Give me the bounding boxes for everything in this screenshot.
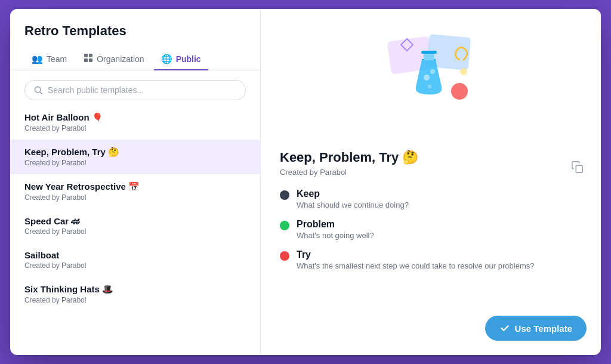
template-list: Hot Air Balloon 🎈 Created by Parabol Kee…	[10, 105, 260, 355]
svg-rect-1	[89, 54, 92, 57]
modal-title: Retro Templates	[24, 23, 246, 39]
illustration-area	[261, 9, 601, 140]
detail-author: Created by Parabol	[280, 168, 582, 177]
use-template-label: Use Template	[515, 323, 572, 334]
column-item-keep: Keep What should we continue doing?	[280, 189, 582, 209]
tab-team[interactable]: 👥 Team	[24, 48, 74, 70]
svg-point-10	[424, 75, 430, 81]
problem-name: Problem	[297, 219, 374, 230]
list-item[interactable]: Sailboat Created by Parabol	[10, 243, 260, 277]
template-name: Sailboat	[24, 250, 246, 260]
try-name: Try	[297, 249, 534, 260]
copy-button[interactable]	[569, 158, 587, 178]
try-text: Try What's the smallest next step we cou…	[297, 249, 534, 270]
use-template-button[interactable]: Use Template	[485, 316, 587, 341]
template-name: Six Thinking Hats 🎩	[24, 284, 246, 295]
template-author: Created by Parabol	[24, 261, 246, 270]
search-box[interactable]	[24, 80, 246, 100]
tab-organization[interactable]: Organization	[76, 48, 151, 70]
tabs-bar: 👥 Team Organization 🌐	[10, 48, 260, 70]
tab-public[interactable]: 🌐 Public	[154, 48, 208, 70]
retro-templates-modal: Retro Templates 👥 Team Orga	[10, 9, 601, 355]
tab-team-label: Team	[47, 54, 67, 64]
svg-line-5	[40, 92, 42, 94]
template-author: Created by Parabol	[24, 296, 246, 304]
column-item-try: Try What's the smallest next step we cou…	[280, 249, 582, 270]
svg-point-15	[460, 68, 467, 75]
column-list: Keep What should we continue doing? Prob…	[280, 189, 582, 270]
right-panel: Keep, Problem, Try 🤔 Created by Parabol …	[261, 9, 601, 355]
search-input[interactable]	[48, 85, 237, 95]
detail-title: Keep, Problem, Try 🤔	[280, 150, 582, 165]
problem-text: Problem What's not going well?	[297, 219, 374, 240]
svg-rect-2	[84, 58, 88, 62]
column-item-problem: Problem What's not going well?	[280, 219, 582, 240]
template-name: Keep, Problem, Try 🤔	[24, 147, 246, 158]
template-author: Created by Parabol	[24, 124, 246, 132]
keep-dot	[280, 190, 289, 200]
svg-point-11	[430, 69, 435, 74]
template-illustration	[371, 27, 490, 122]
list-item[interactable]: Keep, Problem, Try 🤔 Created by Parabol	[10, 140, 260, 174]
template-author: Created by Parabol	[24, 193, 246, 202]
svg-rect-0	[84, 54, 88, 57]
svg-rect-16	[576, 165, 582, 172]
template-name: Speed Car 🏎	[24, 216, 246, 226]
list-item[interactable]: Hot Air Balloon 🎈 Created by Parabol	[10, 105, 260, 140]
tab-public-label: Public	[176, 54, 201, 64]
list-item[interactable]: Speed Car 🏎 Created by Parabol	[10, 209, 260, 243]
copy-icon	[571, 161, 584, 174]
template-name: Hot Air Balloon 🎈	[24, 112, 246, 123]
problem-desc: What's not going well?	[297, 231, 374, 240]
keep-name: Keep	[297, 189, 409, 199]
search-area	[10, 70, 260, 105]
try-desc: What's the smallest next step we could t…	[297, 261, 534, 270]
left-panel: Retro Templates 👥 Team Orga	[10, 9, 261, 355]
list-item[interactable]: New Year Retrospective 📅 Created by Para…	[10, 174, 260, 209]
keep-desc: What should we continue doing?	[297, 200, 409, 209]
org-icon	[84, 53, 93, 64]
checkmark-icon	[499, 323, 510, 334]
svg-rect-3	[89, 58, 92, 62]
template-author: Created by Parabol	[24, 159, 246, 167]
svg-point-13	[451, 83, 468, 100]
keep-text: Keep What should we continue doing?	[297, 189, 409, 209]
template-author: Created by Parabol	[24, 227, 246, 236]
team-icon: 👥	[32, 54, 43, 64]
list-item[interactable]: Six Thinking Hats 🎩 Created by Parabol	[10, 277, 260, 311]
panel-header: Retro Templates 👥 Team Orga	[10, 9, 260, 70]
svg-rect-9	[421, 51, 437, 54]
svg-point-12	[428, 85, 431, 88]
template-name: New Year Retrospective 📅	[24, 181, 246, 192]
search-icon	[33, 85, 43, 95]
try-dot	[280, 251, 289, 261]
public-icon: 🌐	[161, 54, 172, 64]
tab-org-label: Organization	[97, 54, 144, 64]
problem-dot	[280, 221, 289, 230]
